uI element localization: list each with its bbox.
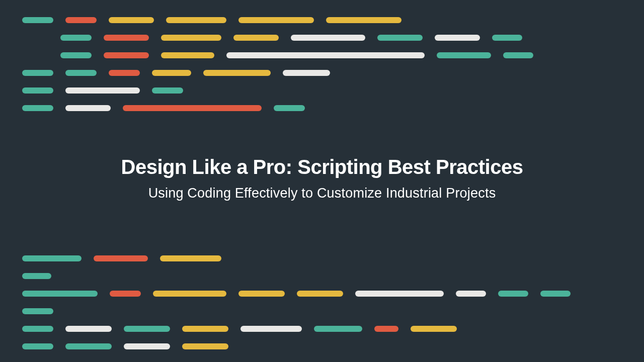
code-segment <box>233 35 279 41</box>
code-segment <box>152 87 183 94</box>
code-segment <box>160 255 221 261</box>
code-segment <box>109 70 140 76</box>
decorative-code-top <box>22 17 533 123</box>
code-segment <box>65 87 140 94</box>
code-segment <box>109 17 154 23</box>
code-segment <box>104 52 149 58</box>
code-segment <box>22 343 53 349</box>
code-segment <box>65 105 111 111</box>
code-line <box>22 70 533 76</box>
code-segment <box>498 291 528 297</box>
code-segment <box>22 105 53 111</box>
code-segment <box>182 326 228 332</box>
code-segment <box>503 52 533 58</box>
code-segment <box>104 35 149 41</box>
code-segment <box>540 291 571 297</box>
code-segment <box>152 70 191 76</box>
code-segment <box>123 105 262 111</box>
code-segment <box>65 343 112 349</box>
code-line <box>22 105 533 111</box>
code-segment <box>314 326 362 332</box>
code-segment <box>94 255 148 261</box>
code-line <box>22 343 571 349</box>
code-segment <box>124 326 170 332</box>
code-line <box>22 255 571 261</box>
decorative-code-bottom <box>22 255 571 361</box>
slide-title: Design Like a Pro: Scripting Best Practi… <box>0 156 644 178</box>
code-segment <box>411 326 457 332</box>
code-line <box>22 291 571 297</box>
code-segment <box>492 35 522 41</box>
code-segment <box>22 255 82 261</box>
code-segment <box>22 291 98 297</box>
code-segment <box>203 70 271 76</box>
code-line <box>22 87 533 94</box>
code-line <box>22 273 571 279</box>
code-segment <box>182 343 228 349</box>
code-segment <box>283 70 330 76</box>
code-segment <box>435 35 480 41</box>
code-segment <box>374 326 398 332</box>
code-segment <box>291 35 365 41</box>
code-segment <box>161 52 214 58</box>
code-segment <box>22 326 53 332</box>
code-segment <box>240 326 302 332</box>
code-segment <box>166 17 226 23</box>
code-segment <box>274 105 305 111</box>
code-segment <box>110 291 141 297</box>
code-segment <box>22 87 53 94</box>
code-segment <box>437 52 491 58</box>
code-segment <box>22 273 51 279</box>
code-segment <box>65 326 112 332</box>
code-segment <box>326 17 401 23</box>
code-segment <box>60 52 92 58</box>
code-segment <box>456 291 486 297</box>
code-segment <box>153 291 226 297</box>
code-segment <box>22 308 53 314</box>
code-segment <box>65 70 97 76</box>
slide-subtitle: Using Coding Effectively to Customize In… <box>0 186 644 201</box>
code-segment <box>238 17 314 23</box>
code-line <box>22 326 571 332</box>
code-segment <box>226 52 425 58</box>
title-block: Design Like a Pro: Scripting Best Practi… <box>0 156 644 201</box>
code-segment <box>297 291 343 297</box>
code-segment <box>355 291 444 297</box>
code-line <box>22 17 533 23</box>
code-segment <box>22 17 53 23</box>
code-segment <box>65 17 97 23</box>
code-segment <box>60 35 92 41</box>
code-line <box>22 35 533 41</box>
code-segment <box>238 291 285 297</box>
code-segment <box>124 343 170 349</box>
code-segment <box>161 35 221 41</box>
code-segment <box>22 70 53 76</box>
code-line <box>22 308 571 314</box>
code-line <box>22 52 533 58</box>
code-segment <box>377 35 423 41</box>
